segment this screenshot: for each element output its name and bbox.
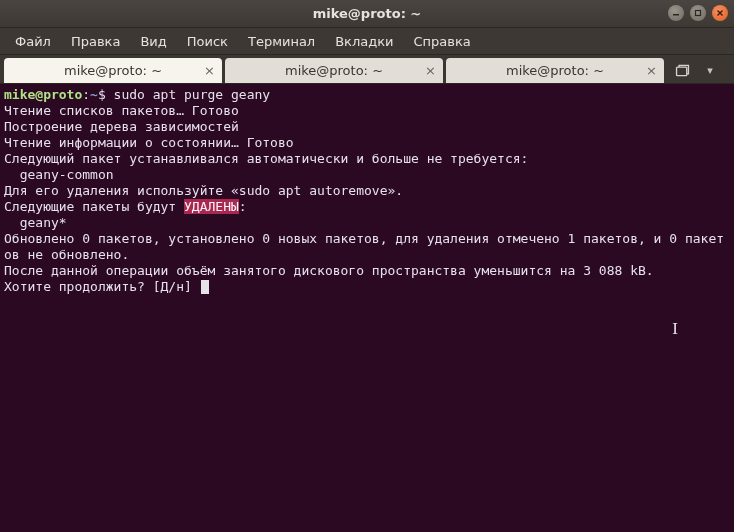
prompt-sep: :	[82, 87, 90, 102]
menu-file[interactable]: Файл	[6, 31, 60, 52]
tab-label: mike@proto: ~	[64, 63, 162, 78]
tab-label: mike@proto: ~	[285, 63, 383, 78]
close-icon	[716, 9, 724, 17]
menu-view[interactable]: Вид	[131, 31, 175, 52]
chevron-down-icon: ▾	[707, 64, 713, 77]
tab-close-button[interactable]: ×	[204, 64, 215, 77]
terminal-tab[interactable]: mike@proto: ~ ×	[4, 58, 222, 83]
output-line: geany-common	[4, 167, 730, 183]
output-line: Обновлено 0 пакетов, установлено 0 новых…	[4, 231, 730, 263]
prompt-user: mike@proto	[4, 87, 82, 102]
menu-edit[interactable]: Правка	[62, 31, 129, 52]
terminal-output[interactable]: mike@proto:~$ sudo apt purge geanyЧтение…	[0, 84, 734, 532]
output-line: Для его удаления используйте «sudo apt a…	[4, 183, 730, 199]
close-button[interactable]	[712, 5, 728, 21]
tabbar: mike@proto: ~ × mike@proto: ~ × mike@pro…	[0, 55, 734, 84]
tab-close-button[interactable]: ×	[425, 64, 436, 77]
new-tab-button[interactable]	[669, 58, 695, 82]
terminal-tab[interactable]: mike@proto: ~ ×	[446, 58, 664, 83]
minimize-icon	[672, 9, 680, 17]
menu-terminal[interactable]: Терминал	[239, 31, 324, 52]
titlebar[interactable]: mike@proto: ~	[0, 0, 734, 28]
output-line: После данной операции объём занятого дис…	[4, 263, 730, 279]
text-cursor-icon: I	[672, 321, 678, 337]
output-line: Хотите продолжить? [Д/н]	[4, 279, 730, 295]
svg-rect-0	[673, 14, 679, 16]
menu-tabs[interactable]: Вкладки	[326, 31, 402, 52]
command-text: sudo apt purge geany	[114, 87, 271, 102]
tab-menu-toggle[interactable]: ▾	[700, 64, 720, 77]
output-line: Чтение списков пакетов… Готово	[4, 103, 730, 119]
cursor-block	[201, 280, 209, 294]
removed-highlight: УДАЛЕНЫ	[184, 199, 239, 214]
tab-label: mike@proto: ~	[506, 63, 604, 78]
prompt-path: ~	[90, 87, 98, 102]
output-line: geany*	[4, 215, 730, 231]
prompt-line: mike@proto:~$ sudo apt purge geany	[4, 87, 730, 103]
window-controls	[668, 5, 728, 21]
output-line: Следующие пакеты будут УДАЛЕНЫ:	[4, 199, 730, 215]
tab-close-button[interactable]: ×	[646, 64, 657, 77]
menu-search[interactable]: Поиск	[178, 31, 237, 52]
terminal-window: mike@proto: ~ Файл Правка Вид Поиск Терм…	[0, 0, 734, 532]
output-line: Следующий пакет устанавливался автоматич…	[4, 151, 730, 167]
output-line: Построение дерева зависимостей	[4, 119, 730, 135]
output-line: Чтение информации о состоянии… Готово	[4, 135, 730, 151]
menubar: Файл Правка Вид Поиск Терминал Вкладки С…	[0, 28, 734, 55]
minimize-button[interactable]	[668, 5, 684, 21]
svg-rect-1	[696, 11, 701, 16]
maximize-button[interactable]	[690, 5, 706, 21]
new-tab-icon	[674, 62, 691, 79]
svg-rect-2	[676, 67, 686, 76]
prompt-dollar: $	[98, 87, 114, 102]
maximize-icon	[694, 9, 702, 17]
window-title: mike@proto: ~	[313, 6, 422, 21]
menu-help[interactable]: Справка	[405, 31, 480, 52]
terminal-tab[interactable]: mike@proto: ~ ×	[225, 58, 443, 83]
